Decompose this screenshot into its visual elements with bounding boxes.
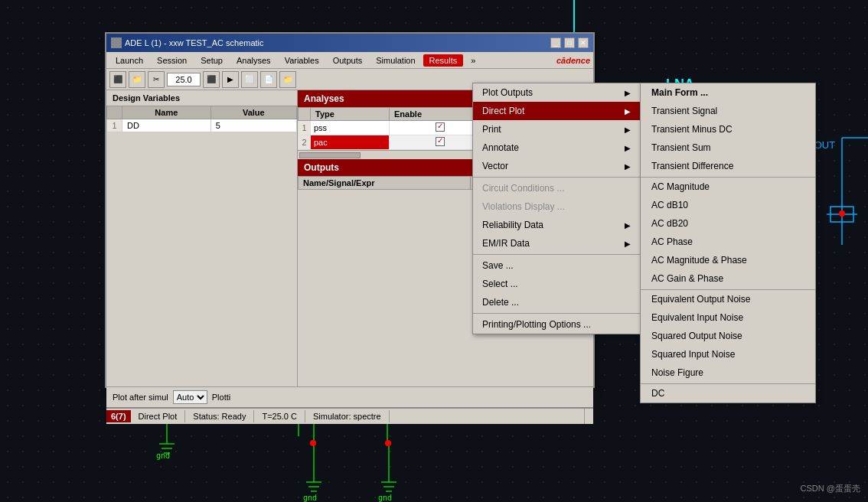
dropdown-divider-3: [473, 313, 640, 314]
menu-more[interactable]: »: [465, 54, 481, 67]
submenu-ac-gain-phase[interactable]: AC Gain & Phase: [641, 269, 815, 288]
ade-window-title: ADE L (1) - xxw TEST_AC schematic: [125, 38, 264, 47]
red-dot-4: [839, 210, 845, 217]
menu-reliability-data[interactable]: Reliability Data ▶: [473, 216, 640, 234]
print-arrow: ▶: [625, 126, 631, 134]
menu-results[interactable]: Results: [423, 54, 464, 67]
dv-row-1: 1 DD 5: [107, 119, 297, 132]
ade-left-panel: Design Variables Name Value 1 DD 5: [106, 90, 298, 386]
dv-col-name: Name: [122, 106, 211, 119]
status-section: Direct Plot: [131, 410, 186, 422]
menu-setup[interactable]: Setup: [194, 54, 229, 67]
submenu-dc[interactable]: DC: [641, 383, 815, 403]
toolbar-btn-2[interactable]: 📁: [129, 71, 145, 88]
dv-col-num: [107, 106, 122, 119]
design-vars-title: Design Variables: [106, 90, 297, 106]
ade-titlebar-buttons: _ □ ✕: [550, 37, 589, 48]
gnd-label-1: gnd: [156, 451, 170, 460]
dv-row-1-name: DD: [122, 119, 211, 132]
submenu-noise-figure[interactable]: Noise Figure: [641, 363, 815, 382]
menu-direct-plot[interactable]: Direct Plot ▶: [473, 102, 640, 120]
menu-delete[interactable]: Delete ...: [473, 293, 640, 311]
dv-col-value: Value: [210, 106, 296, 119]
maximize-button[interactable]: □: [564, 37, 575, 48]
menu-printing-options[interactable]: Printing/Plotting Options ...: [473, 315, 640, 334]
submenu-transient-signal[interactable]: Transient Signal: [641, 102, 815, 120]
watermark: CSDN @蛋蛋壳: [801, 483, 860, 494]
menu-launch[interactable]: Launch: [109, 54, 149, 67]
submenu-ac-db10[interactable]: AC dB10: [641, 196, 815, 214]
menu-session[interactable]: Session: [151, 54, 193, 67]
menu-outputs[interactable]: Outputs: [327, 54, 369, 67]
close-button[interactable]: ✕: [578, 37, 589, 48]
dropdown-divider-2: [473, 254, 640, 255]
ade-statusbar: 6(7) Direct Plot Status: Ready T=25.0 C …: [106, 407, 593, 424]
dropdown-divider-1: [473, 177, 640, 178]
plot-outputs-arrow: ▶: [625, 89, 631, 97]
ade-menubar: Launch Session Setup Analyses Variables …: [106, 52, 593, 69]
menu-violations-display[interactable]: Violations Display ...: [473, 197, 640, 216]
emir-arrow: ▶: [625, 240, 631, 248]
cadence-logo: cādence: [556, 56, 590, 65]
ade-titlebar: ADE L (1) - xxw TEST_AC schematic _ □ ✕: [106, 34, 593, 52]
menu-print[interactable]: Print ▶: [473, 120, 640, 139]
menu-vector[interactable]: Vector ▶: [473, 157, 640, 175]
toolbar-btn-5[interactable]: ▶: [222, 71, 239, 88]
design-vars-table: Name Value 1 DD 5: [106, 106, 297, 132]
submenu-sq-output-noise[interactable]: Squared Output Noise: [641, 327, 815, 345]
menu-select[interactable]: Select ...: [473, 275, 640, 293]
an-row-1-type: pss: [311, 121, 390, 135]
toolbar-scissors[interactable]: ✂: [148, 71, 165, 88]
vector-arrow: ▶: [625, 162, 631, 171]
submenu-ac-phase[interactable]: AC Phase: [641, 233, 815, 251]
submenu-ac-db20[interactable]: AC dB20: [641, 214, 815, 233]
plot-after-label: Plot after simul: [113, 393, 168, 402]
dv-row-1-num: 1: [107, 119, 122, 132]
submenu-eq-input-noise[interactable]: Equivalent Input Noise: [641, 308, 815, 327]
an-row-2-num: 2: [299, 135, 311, 150]
submenu-ac-magnitude-phase[interactable]: AC Magnitude & Phase: [641, 251, 815, 269]
status-ready: Status: Ready: [185, 410, 254, 422]
menu-simulation[interactable]: Simulation: [370, 54, 421, 67]
toolbar-btn-4[interactable]: ⬛: [203, 71, 220, 88]
scrollbar-thumb[interactable]: [299, 152, 361, 158]
menu-save[interactable]: Save ...: [473, 256, 640, 275]
status-num: 6(7): [106, 410, 131, 422]
menu-emir-data[interactable]: EM/IR Data ▶: [473, 234, 640, 253]
submenu-transient-minus-dc[interactable]: Transient Minus DC: [641, 120, 815, 139]
menu-circuit-conditions[interactable]: Circuit Conditions ...: [473, 179, 640, 197]
ade-bottom-bar: Plot after simul Auto Plotti: [106, 386, 593, 407]
minimize-button[interactable]: _: [550, 37, 561, 48]
an-col-type: Type: [311, 108, 390, 121]
submenu-main-form[interactable]: Main Form ...: [641, 83, 815, 102]
gnd-label-2: gnd: [303, 494, 317, 502]
submenu-transient-sum[interactable]: Transient Sum: [641, 139, 815, 157]
menu-plot-outputs[interactable]: Plot Outputs ▶: [473, 83, 640, 102]
results-dropdown: Plot Outputs ▶ Direct Plot ▶ Print ▶ Ann…: [472, 83, 641, 334]
zoom-input[interactable]: 25.0: [167, 73, 201, 86]
submenu-transient-difference[interactable]: Transient Difference: [641, 157, 815, 175]
red-dot-2: [310, 440, 316, 446]
toolbar-btn-6[interactable]: ⬜: [241, 71, 258, 88]
an-row-2-type: pac: [311, 135, 390, 150]
menu-analyses[interactable]: Analyses: [230, 54, 277, 67]
direct-plot-arrow: ▶: [625, 107, 631, 116]
statusbar-scrollbar[interactable]: [584, 409, 593, 424]
menu-variables[interactable]: Variables: [279, 54, 325, 67]
annotate-arrow: ▶: [625, 144, 631, 152]
reliability-arrow: ▶: [625, 221, 631, 230]
an-col-num: [299, 108, 311, 121]
submenu-ac-magnitude[interactable]: AC Magnitude: [641, 177, 815, 196]
status-temp: T=25.0 C: [254, 410, 305, 422]
red-dot-3: [385, 440, 391, 446]
submenu-sq-input-noise[interactable]: Squared Input Noise: [641, 345, 815, 363]
menu-annotate[interactable]: Annotate ▶: [473, 139, 640, 157]
toolbar-btn-8[interactable]: 📁: [279, 71, 296, 88]
toolbar-btn-1[interactable]: ⬛: [109, 71, 126, 88]
direct-plot-submenu: Main Form ... Transient Signal Transient…: [640, 83, 816, 403]
gnd-label-3: gnd: [378, 494, 392, 502]
plot-after-select[interactable]: Auto: [173, 390, 207, 404]
out-col-name: Name/Signal/Expr: [299, 177, 471, 190]
submenu-eq-output-noise[interactable]: Equivalent Output Noise: [641, 289, 815, 308]
toolbar-btn-7[interactable]: 📄: [260, 71, 277, 88]
